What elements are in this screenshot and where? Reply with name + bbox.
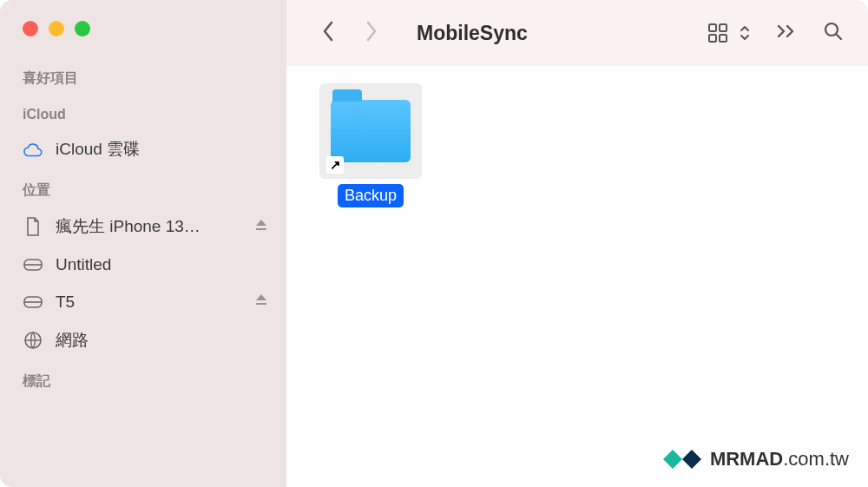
sidebar-item-label: T5 bbox=[56, 293, 241, 312]
drive-icon bbox=[23, 295, 43, 309]
svg-line-10 bbox=[836, 34, 841, 39]
search-button[interactable] bbox=[823, 21, 844, 45]
view-mode-switcher[interactable] bbox=[707, 22, 750, 44]
content-area[interactable]: ↗ Backup MRMAD.com.tw bbox=[286, 66, 868, 487]
grid-icon bbox=[707, 22, 729, 44]
folder-item-backup[interactable]: ↗ Backup bbox=[314, 83, 427, 207]
sidebar-item-t5[interactable]: T5 bbox=[0, 283, 286, 320]
folder-thumbnail: ↗ bbox=[319, 83, 422, 179]
globe-icon bbox=[23, 331, 43, 350]
close-window-button[interactable] bbox=[23, 21, 38, 36]
sidebar-item-iphone[interactable]: 瘋先生 iPhone 13… bbox=[0, 207, 286, 247]
svg-rect-6 bbox=[720, 24, 727, 31]
sidebar-item-label: Untitled bbox=[56, 255, 269, 274]
chevron-updown-icon bbox=[740, 23, 750, 43]
toolbar-right bbox=[707, 21, 847, 45]
watermark-text: MRMAD.com.tw bbox=[710, 448, 849, 471]
sidebar-section-tags: 標記 bbox=[0, 360, 286, 398]
nav-arrows bbox=[307, 20, 378, 46]
folder-icon bbox=[331, 100, 411, 162]
window-traffic-lights bbox=[0, 16, 286, 57]
sidebar-item-label: 網路 bbox=[56, 329, 269, 352]
toolbar: MobileSync bbox=[286, 0, 868, 66]
sidebar-section-icloud: iCloud bbox=[0, 95, 286, 129]
sidebar-item-label: iCloud 雲碟 bbox=[56, 138, 269, 161]
back-button[interactable] bbox=[321, 20, 335, 46]
sidebar-item-icloud-drive[interactable]: iCloud 雲碟 bbox=[0, 129, 286, 169]
eject-icon[interactable] bbox=[253, 292, 269, 312]
svg-rect-8 bbox=[720, 35, 727, 42]
drive-icon bbox=[23, 258, 43, 272]
fullscreen-window-button[interactable] bbox=[75, 21, 90, 36]
watermark-logo-icon bbox=[663, 447, 701, 471]
forward-button[interactable] bbox=[365, 20, 378, 46]
cloud-icon bbox=[23, 141, 43, 157]
sidebar-section-favorites: 喜好項目 bbox=[0, 57, 286, 95]
finder-window: 喜好項目 iCloud iCloud 雲碟 位置 瘋先生 iPhone 13… … bbox=[0, 0, 868, 487]
sidebar-item-untitled[interactable]: Untitled bbox=[0, 247, 286, 283]
alias-badge-icon: ↗ bbox=[326, 156, 344, 174]
window-title: MobileSync bbox=[417, 22, 687, 45]
watermark: MRMAD.com.tw bbox=[663, 447, 849, 471]
main-pane: MobileSync bbox=[286, 0, 868, 487]
eject-icon[interactable] bbox=[253, 217, 269, 237]
more-toolbar-button[interactable] bbox=[776, 23, 797, 43]
svg-rect-5 bbox=[709, 24, 716, 31]
sidebar: 喜好項目 iCloud iCloud 雲碟 位置 瘋先生 iPhone 13… … bbox=[0, 0, 286, 487]
svg-rect-7 bbox=[709, 35, 716, 42]
sidebar-item-label: 瘋先生 iPhone 13… bbox=[56, 215, 241, 238]
search-icon bbox=[823, 21, 844, 42]
sidebar-section-locations: 位置 bbox=[0, 169, 286, 207]
item-name-label: Backup bbox=[338, 184, 404, 207]
chevron-double-right-icon bbox=[776, 23, 797, 39]
document-icon bbox=[23, 216, 43, 237]
sidebar-item-network[interactable]: 網路 bbox=[0, 320, 286, 360]
minimize-window-button[interactable] bbox=[49, 21, 64, 36]
